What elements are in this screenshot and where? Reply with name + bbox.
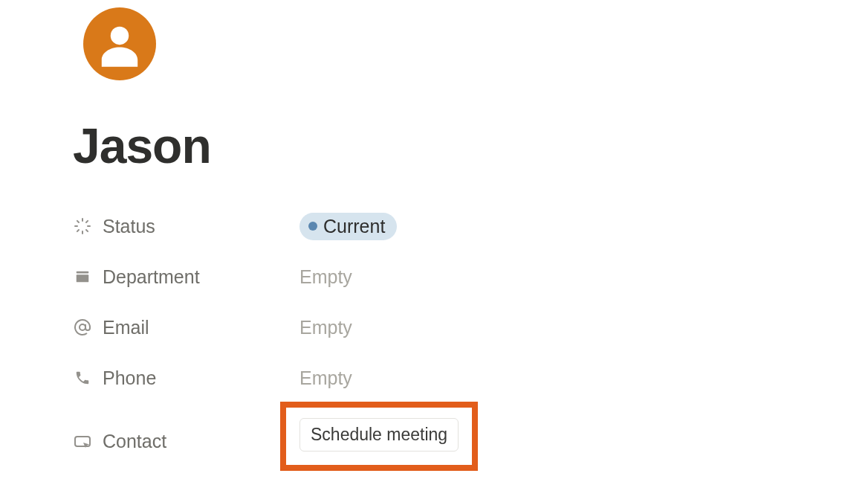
highlight-callout: Schedule meeting <box>280 402 478 471</box>
svg-line-4 <box>86 230 88 231</box>
status-pill: Current <box>299 213 397 240</box>
avatar[interactable] <box>83 7 156 80</box>
property-label: Contact <box>103 431 166 452</box>
status-text: Current <box>323 216 385 237</box>
property-value-email[interactable]: Empty <box>299 317 352 338</box>
status-dot-icon <box>308 222 317 231</box>
empty-placeholder: Empty <box>299 317 352 338</box>
svg-rect-9 <box>77 271 89 274</box>
property-label-wrap[interactable]: Contact <box>73 431 299 452</box>
svg-rect-10 <box>77 274 89 282</box>
svg-point-0 <box>111 27 129 45</box>
property-label-wrap[interactable]: Department <box>73 266 299 288</box>
property-label: Status <box>103 216 155 237</box>
select-icon <box>73 267 92 286</box>
page-title[interactable]: Jason <box>73 118 868 174</box>
property-row-department: Department Empty <box>73 260 868 293</box>
property-row-phone: Phone Empty <box>73 362 868 394</box>
svg-line-8 <box>86 221 88 222</box>
status-icon <box>73 216 92 236</box>
property-value-status[interactable]: Current <box>299 213 397 240</box>
at-icon <box>73 318 92 337</box>
svg-point-11 <box>80 324 85 330</box>
property-label-wrap[interactable]: Email <box>73 317 299 338</box>
property-value-phone[interactable]: Empty <box>299 367 352 389</box>
svg-line-7 <box>77 230 79 231</box>
property-row-status: Status Current <box>73 210 868 242</box>
property-label: Department <box>103 266 200 288</box>
property-row-contact: Contact Schedule meeting <box>73 412 868 471</box>
button-icon <box>73 432 92 452</box>
property-label: Email <box>103 317 149 338</box>
property-value-department[interactable]: Empty <box>299 266 352 288</box>
properties-list: Status Current Department <box>73 210 868 482</box>
schedule-meeting-button[interactable]: Schedule meeting <box>299 418 459 452</box>
property-label-wrap[interactable]: Phone <box>73 367 299 389</box>
person-icon <box>94 18 146 70</box>
property-label: Phone <box>103 367 156 389</box>
empty-placeholder: Empty <box>299 367 352 389</box>
phone-icon <box>73 368 92 388</box>
empty-placeholder: Empty <box>299 266 352 288</box>
property-value-contact: Schedule meeting <box>299 412 478 471</box>
property-row-email: Email Empty <box>73 311 868 344</box>
property-label-wrap[interactable]: Status <box>73 216 299 237</box>
svg-line-3 <box>77 221 79 222</box>
